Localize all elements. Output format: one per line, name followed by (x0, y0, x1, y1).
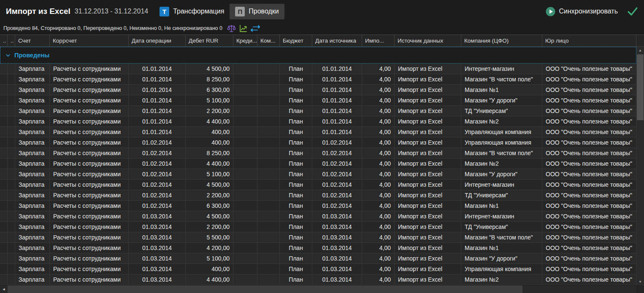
column-header-credit[interactable]: Креди... (233, 35, 257, 46)
column-header-data_source[interactable]: Источник данных (395, 35, 461, 46)
cell-debit: 4 500,00 (186, 64, 233, 74)
column-header-account[interactable]: Счет (15, 35, 50, 46)
column-header-debit[interactable]: Дебет RUR (186, 35, 233, 46)
cell-budget: План (280, 180, 312, 190)
column-header-sel1[interactable]: .. (0, 35, 8, 46)
cell-src_date: 01.02.2014 (312, 148, 362, 158)
cell-account: Зарплата (15, 201, 50, 211)
table-row[interactable]: ЗарплатаРасчеты с сотрудниками01.02.2014… (0, 201, 636, 211)
app-window: { "header": { "title": "Импорт из Excel"… (0, 0, 644, 293)
cell-debit: 5 100,00 (186, 253, 233, 263)
cell-com (257, 137, 280, 148)
cell-data_source: Импорт из Excel (395, 264, 461, 274)
cell-account: Зарплата (15, 211, 50, 221)
swap-arrows-icon[interactable] (251, 24, 260, 33)
column-header-src_date[interactable]: Дата источника (312, 35, 362, 46)
table-row[interactable]: ЗарплатаРасчеты с сотрудниками01.03.2014… (0, 243, 636, 253)
table-row[interactable]: ЗарплатаРасчеты с сотрудниками01.02.2014… (0, 190, 636, 201)
cell-src_date: 01.03.2014 (312, 243, 362, 253)
cell-budget: План (280, 253, 312, 263)
cell-com (257, 85, 280, 95)
table-row[interactable]: ЗарплатаРасчеты с сотрудниками01.03.2014… (0, 232, 636, 243)
table-row[interactable]: ЗарплатаРасчеты с сотрудниками01.03.2014… (0, 274, 636, 285)
table-row[interactable]: ЗарплатаРасчеты с сотрудниками01.02.2014… (0, 180, 636, 190)
cell-sel2 (8, 201, 15, 211)
cell-com (257, 64, 280, 74)
cell-account: Зарплата (15, 127, 50, 137)
confirm-check-icon[interactable] (627, 7, 638, 16)
balance-scales-icon[interactable] (227, 24, 236, 33)
column-header-op_date[interactable]: Дата операции (129, 35, 186, 46)
cell-src_date: 01.01.2014 (312, 106, 362, 116)
table-row[interactable]: ЗарплатаРасчеты с сотрудниками01.02.2014… (0, 137, 636, 148)
cell-corr: Расчеты с сотрудниками (50, 127, 129, 137)
cell-com (257, 74, 280, 84)
table-row[interactable]: ЗарплатаРасчеты с сотрудниками01.03.2014… (0, 264, 636, 274)
horizontal-scrollbar[interactable]: ◄ ► (0, 285, 644, 293)
cell-sel2 (8, 116, 15, 126)
table-row[interactable]: ЗарплатаРасчеты с сотрудниками01.03.2014… (0, 253, 636, 264)
cell-sel2 (8, 211, 15, 221)
table-row[interactable]: ЗарплатаРасчеты с сотрудниками01.02.2014… (0, 159, 636, 169)
column-header-corr[interactable]: Коррсчет (50, 35, 129, 46)
postings-label: Проводки (249, 8, 279, 15)
column-header-company[interactable]: Компания (ЦФО) (461, 35, 542, 46)
transformation-button[interactable]: Т Трансформация (154, 4, 230, 19)
table-row[interactable]: ЗарплатаРасчеты с сотрудниками01.03.2014… (0, 211, 636, 222)
cell-data_source: Импорт из Excel (395, 74, 461, 84)
cell-corr: Расчеты с сотрудниками (50, 148, 129, 158)
cell-data_source: Импорт из Excel (395, 222, 461, 232)
cell-imported: 4,00 (362, 137, 395, 148)
vertical-scrollbar[interactable]: ▲ ▼ (636, 47, 644, 285)
horizontal-scrollbar-thumb[interactable] (8, 285, 522, 293)
table-row[interactable]: ЗарплатаРасчеты с сотрудниками01.02.2014… (0, 148, 636, 159)
cell-corr: Расчеты с сотрудниками (50, 137, 129, 148)
table-row[interactable]: ЗарплатаРасчеты с сотрудниками01.01.2014… (0, 85, 636, 95)
cell-sel1 (0, 211, 8, 221)
cell-imported: 4,00 (362, 253, 395, 263)
column-header-sel2[interactable]: .. (8, 35, 15, 46)
cell-sel2 (8, 159, 15, 169)
cell-sel1 (0, 190, 8, 200)
group-row-posted[interactable]: Проведены (0, 47, 636, 64)
scroll-up-icon[interactable]: ▲ (636, 47, 644, 54)
cell-sel2 (8, 190, 15, 200)
postings-button[interactable]: П Проводки (230, 4, 284, 19)
cell-data_source: Импорт из Excel (395, 148, 461, 158)
cell-data_source: Импорт из Excel (395, 106, 461, 116)
cell-corr: Расчеты с сотрудниками (50, 169, 129, 179)
synchronize-button[interactable]: Синхронизировать (546, 7, 618, 16)
scroll-left-icon[interactable]: ◄ (0, 285, 8, 293)
cell-corr: Расчеты с сотрудниками (50, 106, 129, 116)
cell-imported: 4,00 (362, 106, 395, 116)
column-header-imported[interactable]: Импо... (362, 35, 395, 46)
table-row[interactable]: ЗарплатаРасчеты с сотрудниками01.01.2014… (0, 106, 636, 116)
column-header-budget[interactable]: Бюджет (280, 35, 312, 46)
cell-account: Зарплата (15, 74, 50, 84)
cell-debit: 4 400,00 (186, 274, 233, 285)
table-row[interactable]: ЗарплатаРасчеты с сотрудниками01.01.2014… (0, 74, 636, 85)
table-row[interactable]: ЗарплатаРасчеты с сотрудниками01.01.2014… (0, 116, 636, 127)
table-row[interactable]: ЗарплатаРасчеты с сотрудниками01.01.2014… (0, 95, 636, 106)
cell-data_source: Импорт из Excel (395, 137, 461, 148)
cell-account: Зарплата (15, 64, 50, 74)
column-header-com[interactable]: Ком... (257, 35, 280, 46)
cell-debit: 400,00 (186, 137, 233, 148)
cell-com (257, 201, 280, 211)
cell-imported: 4,00 (362, 264, 395, 274)
table-row[interactable]: ЗарплатаРасчеты с сотрудниками01.01.2014… (0, 127, 636, 137)
cell-imported: 4,00 (362, 211, 395, 221)
cell-com (257, 180, 280, 190)
scroll-down-icon[interactable]: ▼ (636, 278, 644, 285)
cell-sel2 (8, 222, 15, 232)
table-row[interactable]: ЗарплатаРасчеты с сотрудниками01.01.2014… (0, 64, 636, 74)
chart-icon[interactable] (239, 24, 248, 33)
cell-op_date: 01.03.2014 (129, 264, 186, 274)
table-row[interactable]: ЗарплатаРасчеты с сотрудниками01.03.2014… (0, 222, 636, 232)
cell-company: Магазин "В чистом поле" (461, 232, 542, 242)
column-header-entity[interactable]: Юр лицо (542, 35, 636, 46)
cell-entity: ООО "Очень полезные товары" (542, 137, 636, 148)
table-row[interactable]: ЗарплатаРасчеты с сотрудниками01.02.2014… (0, 169, 636, 180)
vertical-scrollbar-thumb[interactable] (637, 54, 644, 120)
cell-com (257, 169, 280, 179)
